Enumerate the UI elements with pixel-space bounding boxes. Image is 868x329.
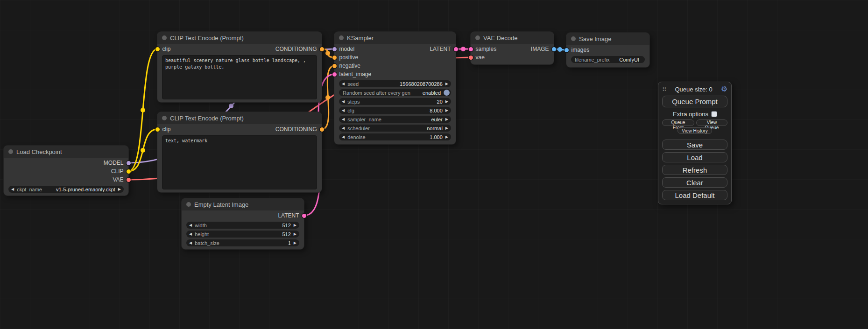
negative-prompt-textarea[interactable]: text, watermark	[162, 135, 317, 189]
widget-height[interactable]: ◀ height 512 ▶	[186, 231, 299, 238]
widget-seed[interactable]: ◀ seed 156680208700286 ▶	[339, 80, 451, 87]
clear-button[interactable]: Clear	[662, 177, 727, 188]
collapse-dot[interactable]	[162, 35, 167, 40]
node-header[interactable]: Empty Latent Image	[182, 198, 304, 210]
increment-arrow-icon[interactable]: ▶	[445, 133, 448, 140]
node-ksampler[interactable]: KSampler model LATENT positive negative	[334, 32, 456, 144]
collapse-dot[interactable]	[162, 116, 167, 120]
widget-ckpt-name[interactable]: ◀ ckpt_name v1-5-pruned-emaonly.ckpt ▶	[8, 186, 124, 193]
queue-panel[interactable]: ⠿ Queue size: 0 ⚙ Queue Prompt Extra opt…	[658, 82, 732, 204]
node-vae-decode[interactable]: VAE Decode samples IMAGE vae	[471, 32, 554, 64]
widget-scheduler[interactable]: ◀ scheduler normal ▶	[339, 125, 451, 132]
widget-sampler-name[interactable]: ◀ sampler_name euler ▶	[339, 116, 451, 123]
collapse-dot[interactable]	[339, 35, 344, 40]
increment-arrow-icon[interactable]: ▶	[294, 231, 296, 238]
link-midpoint-dot-cond1[interactable]	[325, 51, 330, 56]
input-slot-model[interactable]: model	[339, 46, 354, 52]
link-midpoint-dot-clip2[interactable]	[141, 148, 145, 153]
settings-gear-icon[interactable]: ⚙	[721, 85, 727, 93]
input-slot-latent-image[interactable]: latent_image	[339, 71, 371, 77]
input-slot-vae[interactable]: vae	[475, 54, 485, 61]
vae-slot-dot[interactable]	[127, 178, 131, 182]
image-slot-dot[interactable]	[565, 48, 569, 52]
node-header[interactable]: Save Image	[566, 33, 649, 45]
view-history-button[interactable]: View History	[677, 127, 712, 134]
widget-width[interactable]: ◀ width 512 ▶	[186, 222, 299, 229]
latent-slot-dot[interactable]	[332, 72, 337, 77]
node-empty-latent-image[interactable]: Empty Latent Image LATENT ◀ width 512 ▶ …	[182, 198, 304, 249]
queue-front-button[interactable]: Queue Front	[662, 119, 694, 126]
link-midpoint-dot-clip1[interactable]	[141, 108, 145, 112]
output-slot-latent[interactable]: LATENT	[278, 212, 299, 219]
vae-slot-dot[interactable]	[469, 56, 473, 60]
widget-cfg[interactable]: ◀ cfg 8.000 ▶	[339, 107, 451, 114]
conditioning-slot-dot[interactable]	[332, 56, 337, 60]
input-slot-negative[interactable]: negative	[339, 63, 360, 69]
input-slot-clip[interactable]: clip	[162, 126, 171, 133]
increment-arrow-icon[interactable]: ▶	[445, 107, 448, 114]
widget-steps[interactable]: ◀ steps 20 ▶	[339, 98, 451, 105]
node-header[interactable]: VAE Decode	[471, 32, 554, 44]
widget-filename-prefix[interactable]: filename_prefix ComfyUI	[571, 56, 645, 63]
model-slot-dot[interactable]	[127, 161, 131, 165]
load-default-button[interactable]: Load Default	[662, 190, 727, 200]
decrement-arrow-icon[interactable]: ◀	[342, 116, 345, 123]
conditioning-slot-dot[interactable]	[320, 127, 324, 132]
toggle-knob[interactable]	[444, 90, 450, 96]
node-clip-text-encode-negative[interactable]: CLIP Text Encode (Prompt) clip CONDITION…	[157, 112, 322, 192]
collapse-dot[interactable]	[8, 149, 13, 154]
node-header[interactable]: CLIP Text Encode (Prompt)	[157, 112, 322, 124]
view-queue-button[interactable]: View Queue	[696, 119, 727, 126]
decrement-arrow-icon[interactable]: ◀	[189, 222, 192, 229]
clip-slot-dot[interactable]	[127, 169, 131, 174]
conditioning-slot-dot[interactable]	[332, 64, 337, 68]
decrement-arrow-icon[interactable]: ◀	[342, 133, 345, 140]
input-slot-clip[interactable]: clip	[162, 46, 171, 52]
increment-arrow-icon[interactable]: ▶	[445, 80, 448, 87]
node-save-image[interactable]: Save Image images filename_prefix ComfyU…	[566, 33, 649, 67]
output-slot-vae[interactable]: VAE	[113, 176, 124, 183]
output-slot-latent[interactable]: LATENT	[430, 46, 451, 52]
increment-arrow-icon[interactable]: ▶	[294, 222, 296, 229]
image-slot-dot[interactable]	[552, 47, 556, 51]
load-button[interactable]: Load	[662, 152, 727, 162]
refresh-button[interactable]: Refresh	[662, 165, 727, 175]
latent-slot-dot[interactable]	[469, 47, 473, 51]
node-header[interactable]: Load Checkpoint	[4, 146, 128, 158]
clip-slot-dot[interactable]	[155, 127, 160, 132]
node-header[interactable]: CLIP Text Encode (Prompt)	[157, 32, 322, 44]
node-header[interactable]: KSampler	[334, 32, 456, 44]
increment-arrow-icon[interactable]: ▶	[118, 186, 121, 193]
decrement-arrow-icon[interactable]: ◀	[189, 231, 192, 238]
save-button[interactable]: Save	[662, 140, 727, 150]
node-clip-text-encode-positive[interactable]: CLIP Text Encode (Prompt) clip CONDITION…	[157, 32, 322, 102]
model-slot-dot[interactable]	[332, 47, 337, 51]
positive-prompt-textarea[interactable]: beautiful scenery nature glass bottle la…	[162, 55, 317, 99]
output-slot-conditioning[interactable]: CONDITIONING	[275, 46, 317, 52]
link-midpoint-dot-cond2[interactable]	[325, 95, 330, 100]
decrement-arrow-icon[interactable]: ◀	[342, 107, 345, 114]
latent-slot-dot[interactable]	[454, 47, 458, 51]
collapse-dot[interactable]	[475, 35, 480, 40]
input-slot-positive[interactable]: positive	[339, 54, 358, 61]
output-slot-model[interactable]: MODEL	[104, 160, 124, 166]
output-slot-conditioning[interactable]: CONDITIONING	[275, 126, 317, 133]
clip-slot-dot[interactable]	[155, 47, 160, 51]
decrement-arrow-icon[interactable]: ◀	[342, 80, 345, 87]
widget-denoise[interactable]: ◀ denoise 1.000 ▶	[339, 133, 451, 140]
input-slot-samples[interactable]: samples	[475, 46, 496, 52]
output-slot-clip[interactable]: CLIP	[111, 168, 124, 175]
queue-prompt-button[interactable]: Queue Prompt	[662, 96, 727, 107]
link-midpoint-dot-latent2[interactable]	[461, 47, 466, 51]
decrement-arrow-icon[interactable]: ◀	[342, 125, 345, 132]
drag-handle-icon[interactable]: ⠿	[662, 86, 667, 93]
collapse-dot[interactable]	[571, 36, 576, 41]
increment-arrow-icon[interactable]: ▶	[445, 98, 448, 105]
increment-arrow-icon[interactable]: ▶	[445, 125, 448, 132]
widget-random-seed-toggle[interactable]: Random seed after every gen enabled	[339, 89, 451, 96]
decrement-arrow-icon[interactable]: ◀	[11, 186, 14, 193]
output-slot-image[interactable]: IMAGE	[531, 46, 549, 52]
comfyui-canvas[interactable]: { "colors": { "model": "#B39DDB", "clip"…	[0, 0, 868, 329]
extra-options-checkbox[interactable]	[712, 112, 717, 117]
conditioning-slot-dot[interactable]	[320, 47, 324, 51]
